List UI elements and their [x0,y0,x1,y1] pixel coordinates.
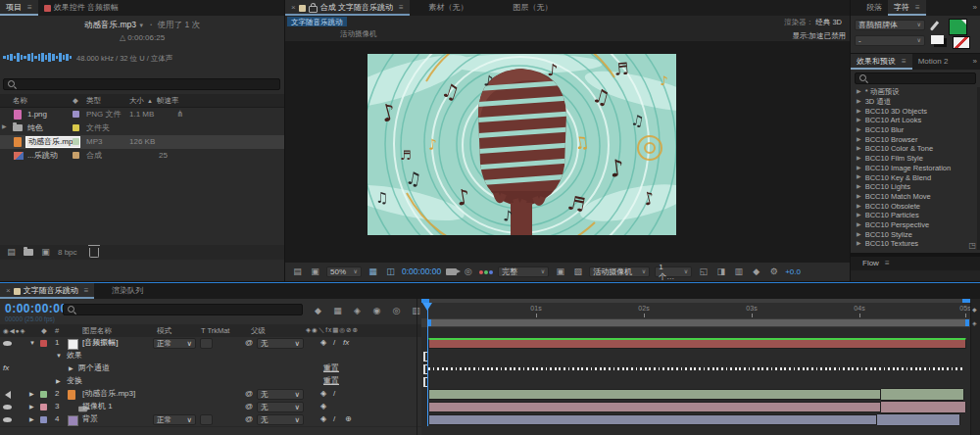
layer-bar-audio-amplitude[interactable] [428,338,966,349]
reset-link[interactable]: 重置 [323,376,339,386]
layer-switches-icons[interactable]: ◈◉＼fx▦◎⊘⊕ [306,326,359,334]
label-chip[interactable] [73,124,79,131]
keyframe-dots[interactable] [428,367,962,370]
shy-switch[interactable]: ◈ [320,389,326,399]
expand-icon[interactable]: ▶ [56,378,61,385]
snapshot-camera-icon[interactable] [446,268,457,275]
quality-switch[interactable]: / [333,338,335,348]
bw-swatch[interactable] [931,35,944,44]
show-snapshot-icon[interactable]: ◎ [462,266,474,278]
effects-category[interactable]: ▶BCC10 Match Move [851,192,980,202]
preview-file-name[interactable]: 动感音乐.mp3 [84,20,136,29]
layer-bar-background[interactable] [428,414,878,425]
panel-menu-icon[interactable]: ≡ [902,57,906,67]
expand-icon[interactable]: ▶ [857,193,861,200]
expand-icon[interactable]: ▶ [857,231,861,238]
sort-ascending-icon[interactable]: ▲ [147,98,153,105]
panel-overflow-button[interactable]: » [970,0,980,16]
column-type[interactable]: 类型 [86,96,101,105]
expand-icon[interactable]: ▶ [857,183,861,190]
grid-guides-icon[interactable]: ▦ [367,266,379,278]
column-parent[interactable]: 父级 [251,326,266,335]
label-chip[interactable] [40,340,47,347]
magnification-select[interactable]: 50% ∨ [326,266,362,277]
expand-icon[interactable]: ▶ [2,123,7,130]
label-chip[interactable] [40,391,47,398]
expand-icon[interactable]: ▶ [857,117,861,123]
mask-visibility-icon[interactable]: ◫ [384,266,397,278]
delete-icon[interactable] [89,248,99,258]
effects-category[interactable]: ▶3D 通道 [851,97,980,107]
snapshot-grid-icon[interactable]: ▤ [291,266,304,278]
column-splitter[interactable] [416,299,417,435]
tab-project[interactable]: 项目 ≡ [0,0,38,16]
effects-category[interactable]: ▶* 动画预设 [851,87,980,97]
blend-mode-select[interactable]: 正常 ∨ [153,338,196,349]
table-row[interactable]: ▶ 纯色 文件夹 [0,121,284,135]
expand-icon[interactable]: ▶ [857,88,861,95]
av-features-icons[interactable]: ◉◀●◈ [3,327,26,335]
parent-select[interactable]: 无 ∨ [257,402,304,412]
trkmat-cell[interactable] [200,338,213,349]
quality-switch[interactable]: / [333,414,335,424]
lock-icon[interactable] [309,6,318,13]
effects-category[interactable]: ▶BCC10 Color & Tone [851,144,980,154]
panel-overflow-button[interactable]: » [970,54,980,70]
tab-character[interactable]: 字符 ≡ [888,0,926,16]
stroke-color-swatch[interactable] [953,36,970,49]
tab-footage[interactable]: 素材（无） [423,0,474,16]
pickwhip-icon[interactable]: @ [245,389,253,399]
effects-category[interactable]: ▶BCC10 Textures [851,239,980,249]
viewer-timecode[interactable]: 0:00:00:00 [402,266,441,276]
playhead-line[interactable] [427,303,428,426]
expand-icon[interactable]: ▶ [857,173,861,180]
layer-bar-music-tail[interactable] [880,388,964,401]
transparency-grid-icon[interactable]: ▨ [571,266,584,278]
column-name[interactable]: 名称 [13,96,27,105]
layer-row[interactable]: ▶ 2 [动感音乐.mp3] @ 无 ∨ ◈ / [0,388,421,402]
parent-select[interactable]: 无 ∨ [257,389,304,400]
effect-row[interactable]: fx ▶ 两个通道 重置 [0,362,421,376]
exposure-value[interactable]: +0.0 [785,267,801,277]
timeline-search-input[interactable] [63,304,303,315]
reset-link[interactable]: 重置 [323,363,339,373]
expand-icon[interactable]: ▶ [857,145,861,152]
expand-icon[interactable]: ▶ [857,98,861,105]
comp-marker-icon[interactable]: ◆ [972,307,977,314]
layer-bar-background-tail[interactable] [876,413,960,426]
new-composition-icon[interactable]: ▣ [39,247,52,259]
current-timecode[interactable]: 0:00:00:00 [5,302,68,315]
column-label-icon[interactable]: ◆ [41,326,47,335]
column-label-icon[interactable]: ◆ [73,96,78,105]
tab-composition[interactable]: × 合成 文字随音乐跳动 ≡ [285,0,410,16]
panel-corner-icon[interactable]: ◳ [968,241,976,251]
motion-blur-switch[interactable]: ⊕ [345,414,352,424]
shy-switch[interactable]: ◈ [320,414,326,424]
interpret-footage-icon[interactable]: ▤ [5,247,18,259]
tab-effect-controls[interactable]: 效果控件 音频振幅 [38,0,124,16]
tab-flow[interactable]: Flow ≡ [857,257,896,270]
fill-color-swatch[interactable] [949,19,967,35]
audio-icon[interactable] [5,391,11,399]
effects-category[interactable]: ▶BCC10 Art Looks [851,116,980,125]
property-group-row[interactable]: ▼ 效果 [0,350,421,363]
view-select[interactable]: 活动摄像机 ∨ [589,266,650,277]
panel-menu-icon[interactable]: ≡ [915,3,920,13]
tab-motion2[interactable]: Motion 2 [912,54,955,70]
column-number[interactable]: # [55,326,59,335]
layer-bar-music[interactable] [428,389,882,400]
work-area-bar[interactable] [427,319,969,326]
label-chip[interactable] [40,404,47,411]
effects-category[interactable]: ▶BCC10 Stylize [851,229,980,239]
monitor-icon[interactable]: ▣ [309,266,321,278]
quality-switch[interactable]: / [333,389,335,399]
font-family-select[interactable]: 喜鹊招牌体 ∨ [855,20,925,30]
view-layout-select[interactable]: 1 个… ∨ [655,266,692,277]
project-bit-depth[interactable]: 8 bpc [58,248,77,258]
effects-category[interactable]: ▶BCC10 Perspective [851,220,980,230]
expand-icon[interactable]: ▶ [69,365,74,372]
effects-search-input[interactable] [855,72,976,84]
pixel-aspect-icon[interactable]: ◱ [697,266,710,278]
parent-select[interactable]: 无 ∨ [257,414,304,425]
parent-select[interactable]: 无 ∨ [257,338,304,349]
